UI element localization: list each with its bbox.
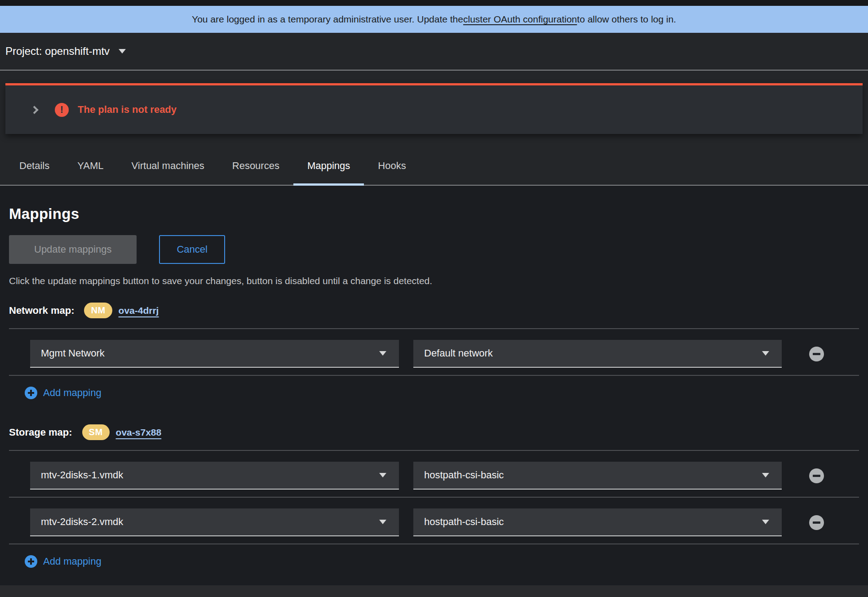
- footer-strip: [0, 585, 868, 597]
- storage-target-select-2[interactable]: hostpath-csi-basic: [413, 508, 782, 536]
- cancel-button[interactable]: Cancel: [159, 235, 225, 264]
- project-value: openshift-mtv: [45, 45, 110, 57]
- network-target-value: Default network: [424, 348, 493, 359]
- chevron-down-icon: [379, 520, 386, 524]
- add-network-mapping-button[interactable]: Add mapping: [25, 387, 102, 399]
- network-map-badge: NM: [84, 303, 112, 318]
- masthead-strip: [0, 0, 868, 6]
- network-map-link[interactable]: ova-4drrj: [119, 305, 159, 316]
- alert-expand-toggle[interactable]: [25, 101, 43, 119]
- actions-row: Update mappings Cancel: [9, 235, 859, 264]
- chevron-down-icon: [762, 473, 769, 477]
- add-storage-mapping-button[interactable]: Add mapping: [25, 555, 102, 568]
- network-target-select[interactable]: Default network: [413, 340, 782, 368]
- tab-details[interactable]: Details: [5, 148, 63, 186]
- mappings-panel: Mappings Update mappings Cancel Click th…: [0, 186, 868, 585]
- plus-circle-icon: [25, 555, 37, 568]
- project-label: Project:: [5, 45, 42, 57]
- plan-not-ready-alert: ! The plan is not ready: [5, 83, 863, 134]
- divider: [9, 375, 859, 376]
- storage-map-header: Storage map: SM ova-s7x88: [9, 424, 859, 440]
- project-bar: Project: openshift-mtv: [0, 33, 868, 71]
- project-selector[interactable]: Project: openshift-mtv: [5, 45, 126, 58]
- chevron-right-icon: [30, 106, 38, 114]
- network-mapping-row: Mgmt Network Default network: [9, 329, 859, 375]
- storage-add-row: Add mapping: [25, 555, 859, 570]
- plan-tabs: Details YAML Virtual machines Resources …: [0, 148, 868, 186]
- tab-mappings[interactable]: Mappings: [293, 148, 364, 186]
- remove-mapping-button[interactable]: [809, 347, 824, 361]
- tab-resources[interactable]: Resources: [218, 148, 293, 186]
- remove-mapping-button[interactable]: [809, 515, 824, 530]
- helper-text: Click the update mappings button to save…: [9, 276, 859, 286]
- storage-source-value-1: mtv-2disks-1.vmdk: [41, 469, 123, 481]
- divider: [9, 544, 859, 544]
- network-map-header: Network map: NM ova-4drrj: [9, 303, 859, 318]
- plus-circle-icon: [25, 387, 37, 399]
- storage-target-value-2: hostpath-csi-basic: [424, 516, 504, 528]
- network-add-row: Add mapping: [25, 387, 859, 401]
- network-source-select[interactable]: Mgmt Network: [30, 340, 399, 368]
- temporary-admin-banner: You are logged in as a temporary adminis…: [0, 6, 868, 33]
- network-map-label: Network map:: [9, 305, 74, 316]
- storage-map-badge: SM: [82, 424, 110, 440]
- tab-yaml[interactable]: YAML: [63, 148, 117, 186]
- storage-target-value-1: hostpath-csi-basic: [424, 469, 504, 481]
- chevron-down-icon: [762, 351, 769, 356]
- alert-title: The plan is not ready: [78, 104, 177, 116]
- exclamation-circle-icon: !: [55, 103, 69, 117]
- chevron-down-icon: [379, 351, 386, 356]
- storage-source-select-1[interactable]: mtv-2disks-1.vmdk: [30, 462, 399, 490]
- remove-mapping-button[interactable]: [809, 468, 824, 483]
- add-mapping-label: Add mapping: [43, 387, 102, 399]
- network-source-value: Mgmt Network: [41, 348, 105, 359]
- screen: You are logged in as a temporary adminis…: [0, 0, 868, 597]
- chevron-down-icon: [119, 49, 126, 53]
- chevron-down-icon: [379, 473, 386, 477]
- banner-text-before: You are logged in as a temporary adminis…: [192, 14, 463, 25]
- storage-target-select-1[interactable]: hostpath-csi-basic: [413, 462, 782, 490]
- tab-virtual-machines[interactable]: Virtual machines: [118, 148, 218, 186]
- storage-source-select-2[interactable]: mtv-2disks-2.vmdk: [30, 508, 399, 536]
- cluster-oauth-configuration-link[interactable]: cluster OAuth configuration: [463, 14, 577, 25]
- plan-header-region: ! The plan is not ready Details YAML Vir…: [0, 71, 868, 186]
- tab-hooks[interactable]: Hooks: [364, 148, 420, 186]
- page-title: Mappings: [9, 205, 859, 223]
- storage-map-link[interactable]: ova-s7x88: [116, 427, 162, 438]
- storage-mapping-row: mtv-2disks-2.vmdk hostpath-csi-basic: [9, 498, 859, 544]
- storage-map-label: Storage map:: [9, 427, 72, 438]
- add-mapping-label: Add mapping: [43, 556, 102, 567]
- chevron-down-icon: [762, 520, 769, 524]
- banner-text-after: to allow others to log in.: [577, 14, 676, 25]
- storage-mapping-row: mtv-2disks-1.vmdk hostpath-csi-basic: [9, 451, 859, 497]
- storage-source-value-2: mtv-2disks-2.vmdk: [41, 516, 123, 528]
- update-mappings-button[interactable]: Update mappings: [9, 235, 137, 264]
- project-selector-text: Project: openshift-mtv: [5, 45, 110, 58]
